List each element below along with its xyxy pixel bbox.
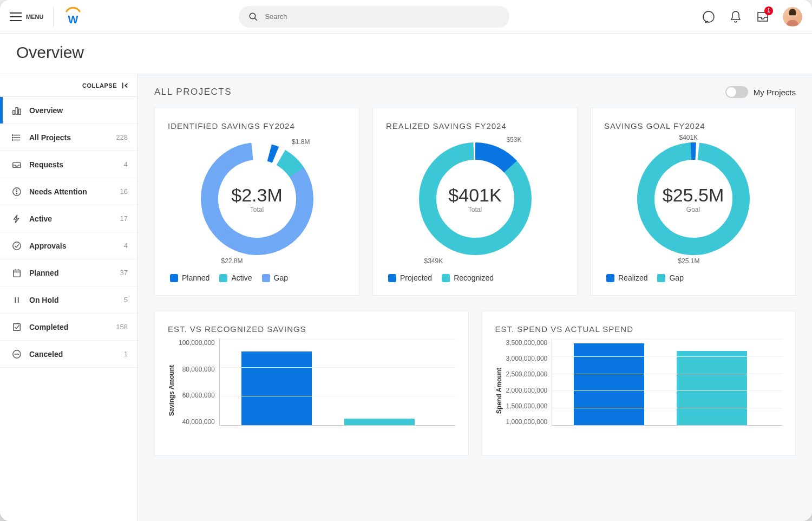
legend-item: Realized bbox=[606, 273, 647, 282]
swatch-icon bbox=[442, 274, 450, 282]
tick: 3,000,000,000 bbox=[506, 355, 548, 362]
card-realized-savings: REALIZED SAVINGS FY2024 $401K Total $53K… bbox=[372, 108, 578, 296]
tick: 1,500,000,000 bbox=[506, 402, 548, 410]
swatch-icon bbox=[262, 274, 270, 282]
collapse-icon bbox=[121, 82, 129, 89]
donut-label-top: $53K bbox=[506, 136, 521, 144]
tray-icon bbox=[12, 160, 22, 170]
donut-value: $401K bbox=[448, 185, 501, 206]
swatch-icon bbox=[657, 274, 665, 282]
sidebar-item-canceled[interactable]: Canceled 1 bbox=[0, 341, 137, 368]
sidebar-item-planned[interactable]: Planned 37 bbox=[0, 259, 137, 286]
sidebar-item-count: 228 bbox=[116, 133, 128, 141]
donut-label-bottom: $22.8M bbox=[221, 257, 243, 265]
sidebar: COLLAPSE Overview All Projects 228 Reque… bbox=[0, 74, 138, 521]
main-heading: ALL PROJECTS bbox=[154, 87, 232, 97]
tick: 100,000,000 bbox=[179, 339, 215, 347]
svg-point-1 bbox=[250, 13, 256, 19]
sidebar-item-all-projects[interactable]: All Projects 228 bbox=[0, 124, 137, 151]
collapse-label: COLLAPSE bbox=[82, 82, 117, 89]
donut-chart: $25.5M Goal $401K $25.1M bbox=[631, 136, 756, 262]
svg-point-3 bbox=[703, 11, 714, 22]
notifications-button[interactable] bbox=[729, 10, 743, 24]
svg-rect-19 bbox=[14, 270, 21, 277]
chart-icon bbox=[12, 106, 22, 115]
legend-item: Projected bbox=[388, 273, 432, 282]
sidebar-item-label: Needs Attention bbox=[29, 187, 87, 196]
donut-value: $2.3M bbox=[231, 185, 283, 206]
sidebar-item-overview[interactable]: Overview bbox=[0, 97, 137, 124]
main-content: ALL PROJECTS My Projects IDENTIFIED SAVI… bbox=[138, 74, 812, 521]
y-axis-label: Spend Amount bbox=[495, 368, 503, 414]
bar-estimated bbox=[241, 351, 312, 425]
plot-area bbox=[552, 339, 782, 426]
toggle-label: My Projects bbox=[754, 88, 796, 97]
donut-chart: $2.3M Total $1.8M $22.8M bbox=[194, 136, 320, 262]
lightning-icon bbox=[12, 214, 22, 224]
svg-point-11 bbox=[12, 134, 13, 135]
card-est-vs-actual-spend: EST. SPEND VS ACTUAL SPEND Spend Amount … bbox=[482, 311, 796, 455]
sidebar-item-label: Canceled bbox=[29, 350, 63, 359]
sidebar-item-requests[interactable]: Requests 4 bbox=[0, 151, 137, 178]
search-icon bbox=[248, 12, 258, 22]
sidebar-item-needs-attention[interactable]: Needs Attention 16 bbox=[0, 178, 137, 205]
sidebar-item-on-hold[interactable]: On Hold 5 bbox=[0, 286, 137, 314]
sidebar-item-label: Active bbox=[29, 214, 52, 223]
check-circle-icon bbox=[12, 241, 22, 251]
legend: Realized Gap bbox=[604, 273, 782, 282]
inbox-button[interactable]: 1 bbox=[756, 10, 770, 24]
donut-label-top: $401K bbox=[679, 134, 698, 141]
divider bbox=[53, 6, 54, 27]
tick: 3,500,000,000 bbox=[506, 339, 548, 347]
bar-est-spend bbox=[574, 343, 644, 425]
pause-icon bbox=[12, 295, 22, 305]
bar-actual-spend bbox=[677, 351, 747, 425]
card-savings-goal: SAVINGS GOAL FY2024 $25.5M Goal $401K $2… bbox=[591, 108, 796, 296]
sidebar-item-count: 17 bbox=[120, 214, 128, 223]
tick: 40,000,000 bbox=[182, 418, 215, 426]
menu-button[interactable]: MENU bbox=[10, 12, 43, 21]
plot-area bbox=[219, 339, 455, 426]
tick: 1,000,000,000 bbox=[506, 418, 548, 426]
tick: 2,500,000,000 bbox=[506, 370, 548, 378]
search-box[interactable] bbox=[239, 6, 509, 28]
list-icon bbox=[12, 133, 22, 142]
topbar: MENU W 1 bbox=[0, 0, 812, 34]
bell-icon bbox=[729, 10, 742, 23]
sidebar-item-completed[interactable]: Completed 158 bbox=[0, 314, 137, 341]
svg-point-18 bbox=[13, 242, 21, 249]
my-projects-toggle[interactable] bbox=[725, 86, 748, 98]
donut-sub: Total bbox=[448, 206, 501, 213]
page-title-bar: Overview bbox=[0, 34, 812, 74]
donut-chart: $401K Total $53K $349K bbox=[412, 136, 538, 262]
sidebar-item-count: 1 bbox=[124, 350, 128, 358]
legend: Planned Active Gap bbox=[168, 273, 346, 282]
chat-icon bbox=[702, 10, 715, 23]
tick: 2,000,000,000 bbox=[506, 387, 548, 394]
card-title: REALIZED SAVINGS FY2024 bbox=[386, 121, 564, 131]
sidebar-item-active[interactable]: Active 17 bbox=[0, 205, 137, 232]
sidebar-item-label: All Projects bbox=[29, 133, 71, 142]
sidebar-item-count: 37 bbox=[120, 269, 128, 277]
calendar-icon bbox=[12, 268, 22, 278]
chat-button[interactable] bbox=[702, 10, 716, 24]
collapse-button[interactable]: COLLAPSE bbox=[0, 74, 137, 97]
bar-chart: Spend Amount 3,500,000,000 3,000,000,000… bbox=[495, 339, 783, 442]
cancel-icon bbox=[12, 349, 22, 359]
svg-point-12 bbox=[12, 137, 13, 138]
sidebar-item-approvals[interactable]: Approvals 4 bbox=[0, 232, 137, 259]
svg-line-2 bbox=[255, 18, 258, 21]
donut-value: $25.5M bbox=[663, 185, 724, 206]
swatch-icon bbox=[219, 274, 227, 282]
donut-label-top: $1.8M bbox=[292, 138, 310, 146]
tick: 80,000,000 bbox=[182, 366, 215, 373]
workday-logo[interactable]: W bbox=[63, 7, 83, 27]
search-input[interactable] bbox=[265, 12, 500, 21]
tick: 60,000,000 bbox=[182, 392, 215, 399]
my-projects-toggle-wrap: My Projects bbox=[725, 86, 796, 98]
donut-sub: Total bbox=[231, 206, 283, 213]
avatar[interactable] bbox=[783, 7, 802, 27]
y-axis: 100,000,000 80,000,000 60,000,000 40,000… bbox=[179, 339, 219, 426]
card-title: IDENTIFIED SAVINGS FY2024 bbox=[168, 121, 346, 131]
legend-item: Planned bbox=[170, 273, 209, 282]
